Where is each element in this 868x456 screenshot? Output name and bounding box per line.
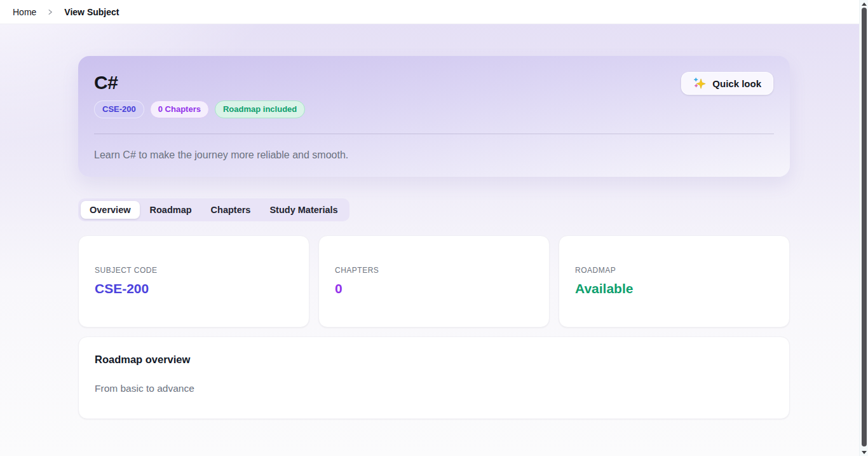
roadmap-included-badge: Roadmap included: [215, 100, 305, 118]
tab-study-materials[interactable]: Study Materials: [261, 201, 346, 219]
chapters-count-badge: 0 Chapters: [150, 100, 209, 118]
stat-card-subject-code: SUBJECT CODE CSE-200: [78, 235, 309, 328]
stats-row: SUBJECT CODE CSE-200 CHAPTERS 0 ROADMAP …: [78, 235, 790, 328]
subject-code-badge: CSE-200: [94, 100, 144, 118]
tab-overview[interactable]: Overview: [81, 201, 140, 219]
breadcrumb: Home View Subject: [0, 0, 859, 24]
triangle-up-icon: [862, 3, 867, 6]
roadmap-overview-card: Roadmap overview From basic to advance: [78, 336, 790, 419]
triangle-down-icon: [862, 451, 867, 454]
app-window: Home View Subject C# CSE-200 0 Chapters …: [0, 0, 868, 456]
scrollbar-up-button[interactable]: [860, 0, 868, 8]
subject-tabs: Overview Roadmap Chapters Study Material…: [78, 198, 349, 221]
stat-value: 0: [335, 281, 533, 296]
subject-hero-card: C# CSE-200 0 Chapters Roadmap included L…: [78, 56, 790, 177]
roadmap-overview-title: Roadmap overview: [95, 354, 773, 366]
stat-card-chapters: CHAPTERS 0: [318, 235, 550, 328]
tab-chapters[interactable]: Chapters: [202, 201, 260, 219]
stat-value: Available: [575, 281, 773, 296]
quick-look-label: Quick look: [712, 78, 761, 89]
badge-row: CSE-200 0 Chapters Roadmap included: [94, 100, 774, 118]
quick-look-button[interactable]: Quick look: [681, 72, 773, 95]
content-container: C# CSE-200 0 Chapters Roadmap included L…: [78, 56, 790, 419]
subject-description: Learn C# to make the journey more reliab…: [94, 149, 774, 161]
stat-label: SUBJECT CODE: [95, 266, 293, 275]
hero-divider: [94, 134, 774, 134]
stat-card-roadmap: ROADMAP Available: [559, 235, 790, 328]
tab-roadmap[interactable]: Roadmap: [141, 201, 201, 219]
subject-title: C#: [94, 72, 774, 93]
stat-label: ROADMAP: [575, 266, 773, 275]
vertical-scrollbar[interactable]: [859, 0, 868, 456]
chevron-right-icon: [46, 8, 54, 16]
sparkles-icon: [693, 77, 706, 90]
stat-label: CHAPTERS: [335, 266, 533, 275]
scrollbar-down-button[interactable]: [860, 448, 868, 456]
page-background: Home View Subject C# CSE-200 0 Chapters …: [0, 0, 859, 456]
stat-value: CSE-200: [95, 281, 293, 296]
breadcrumb-current-page: View Subject: [64, 7, 119, 17]
scrollbar-thumb[interactable]: [862, 8, 867, 446]
roadmap-overview-subtitle: From basic to advance: [95, 383, 773, 394]
breadcrumb-home-link[interactable]: Home: [13, 7, 36, 17]
